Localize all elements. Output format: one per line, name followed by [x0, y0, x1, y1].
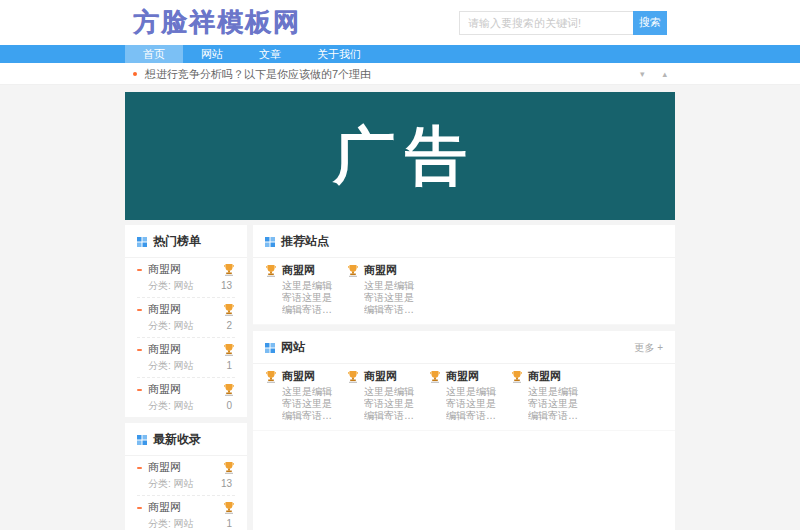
site-description: 这里是编辑寄语这里是编辑寄语这里是编辑寄语这里是编辑寄语 [282, 280, 339, 316]
main-column: 推荐站点 商盟网 这里是编辑寄语这里是编辑寄语这里是编辑寄语这里是编辑寄语 商盟… [253, 225, 675, 530]
site-name: 商盟网 [148, 262, 223, 277]
panel-title: 网站 [281, 339, 305, 356]
panel-hot-ranking: 热门榜单 商盟网 分类: 网站13 商盟网 分类: 网站2 商盟网 分类: 网站… [125, 225, 247, 417]
list-item[interactable]: 商盟网 分类: 网站2 [137, 298, 235, 338]
dash-bullet-icon [137, 269, 142, 271]
site-name: 商盟网 [282, 369, 315, 383]
grid-icon [137, 435, 147, 445]
sidebar: 热门榜单 商盟网 分类: 网站13 商盟网 分类: 网站2 商盟网 分类: 网站… [125, 225, 247, 530]
panel-latest-included: 最新收录 商盟网 分类: 网站13 商盟网 分类: 网站1 商盟网 分类: 网站… [125, 423, 247, 530]
site-description: 这里是编辑寄语这里是编辑寄语这里是编辑寄语这里是编辑寄语 [528, 386, 585, 422]
site-name: 商盟网 [148, 500, 223, 515]
site-logo[interactable]: 方脸祥模板网 [133, 5, 301, 40]
trophy-icon [347, 264, 359, 277]
site-category: 分类: 网站 [148, 518, 226, 530]
panel-title: 推荐站点 [281, 233, 329, 250]
trophy-icon [265, 264, 277, 277]
ad-banner-text: 广告 [323, 114, 477, 198]
trophy-icon [223, 303, 235, 316]
site-category: 分类: 网站 [148, 400, 226, 412]
site-category: 分类: 网站 [148, 280, 221, 292]
site-card[interactable]: 商盟网 这里是编辑寄语这里是编辑寄语这里是编辑寄语这里是编辑寄语 [343, 263, 425, 316]
site-card[interactable]: 商盟网 这里是编辑寄语这里是编辑寄语这里是编辑寄语这里是编辑寄语 [507, 369, 589, 422]
nav-item-home[interactable]: 首页 [125, 45, 183, 63]
site-card[interactable]: 商盟网 这里是编辑寄语这里是编辑寄语这里是编辑寄语这里是编辑寄语 [343, 369, 425, 422]
site-name: 商盟网 [148, 460, 223, 475]
dash-bullet-icon [137, 507, 142, 509]
bullet-dot-icon [133, 72, 137, 76]
grid-icon [137, 237, 147, 247]
dash-bullet-icon [137, 349, 142, 351]
site-name: 商盟网 [148, 382, 223, 397]
trophy-icon [223, 343, 235, 356]
more-link[interactable]: 更多 + [634, 341, 663, 355]
trophy-icon [265, 370, 277, 383]
site-name: 商盟网 [364, 369, 397, 383]
trophy-icon [223, 461, 235, 474]
notice-bar: 想进行竞争分析吗？以下是你应该做的7个理由 ▾ ▴ [0, 63, 800, 85]
grid-icon [265, 343, 275, 353]
panel-title: 热门榜单 [153, 233, 201, 250]
site-header: 方脸祥模板网 搜索 [0, 0, 800, 45]
nav-item-about[interactable]: 关于我们 [299, 45, 379, 63]
search-box: 搜索 [459, 11, 667, 35]
nav-item-articles[interactable]: 文章 [241, 45, 299, 63]
panel-websites: 网站 更多 + 商盟网 这里是编辑寄语这里是编辑寄语这里是编辑寄语这里是编辑寄语… [253, 331, 675, 530]
site-card[interactable]: 商盟网 这里是编辑寄语这里是编辑寄语这里是编辑寄语这里是编辑寄语 [261, 263, 343, 316]
site-name: 商盟网 [364, 263, 397, 277]
list-item[interactable]: 商盟网 分类: 网站1 [137, 496, 235, 530]
site-card[interactable]: 商盟网 这里是编辑寄语这里是编辑寄语这里是编辑寄语这里是编辑寄语 [425, 369, 507, 422]
site-count: 1 [226, 360, 235, 372]
site-category: 分类: 网站 [148, 478, 221, 490]
list-item[interactable]: 商盟网 分类: 网站0 [137, 378, 235, 417]
site-name: 商盟网 [446, 369, 479, 383]
caret-up-icon[interactable]: ▴ [662, 70, 667, 79]
site-count: 2 [226, 320, 235, 332]
search-input[interactable] [459, 11, 633, 35]
caret-down-icon[interactable]: ▾ [640, 70, 645, 79]
main-nav: 首页 网站 文章 关于我们 [0, 45, 800, 63]
search-button[interactable]: 搜索 [633, 11, 667, 35]
trophy-icon [347, 370, 359, 383]
trophy-icon [223, 383, 235, 396]
nav-item-sites[interactable]: 网站 [183, 45, 241, 63]
notice-link[interactable]: 想进行竞争分析吗？以下是你应该做的7个理由 [145, 67, 371, 82]
trophy-icon [429, 370, 441, 383]
grid-icon [265, 237, 275, 247]
list-item[interactable]: 商盟网 分类: 网站13 [137, 258, 235, 298]
site-name: 商盟网 [148, 302, 223, 317]
trophy-icon [223, 263, 235, 276]
page: 方脸祥模板网 搜索 首页 网站 文章 关于我们 想进行竞争分析吗？以下是你应该做… [0, 0, 800, 530]
dash-bullet-icon [137, 467, 142, 469]
site-count: 13 [221, 478, 235, 490]
panel-title: 最新收录 [153, 431, 201, 448]
site-name: 商盟网 [282, 263, 315, 277]
site-count: 13 [221, 280, 235, 292]
dash-bullet-icon [137, 389, 142, 391]
site-description: 这里是编辑寄语这里是编辑寄语这里是编辑寄语这里是编辑寄语 [446, 386, 503, 422]
site-count: 0 [226, 400, 235, 412]
site-name: 商盟网 [148, 342, 223, 357]
site-description: 这里是编辑寄语这里是编辑寄语这里是编辑寄语这里是编辑寄语 [364, 280, 421, 316]
site-category: 分类: 网站 [148, 360, 226, 372]
site-description: 这里是编辑寄语这里是编辑寄语这里是编辑寄语这里是编辑寄语 [282, 386, 339, 422]
content: 热门榜单 商盟网 分类: 网站13 商盟网 分类: 网站2 商盟网 分类: 网站… [125, 225, 675, 530]
trophy-icon [511, 370, 523, 383]
panel-recommended-sites: 推荐站点 商盟网 这里是编辑寄语这里是编辑寄语这里是编辑寄语这里是编辑寄语 商盟… [253, 225, 675, 325]
site-category: 分类: 网站 [148, 320, 226, 332]
site-count: 1 [226, 518, 235, 530]
list-item[interactable]: 商盟网 分类: 网站13 [137, 456, 235, 496]
site-name: 商盟网 [528, 369, 561, 383]
ad-banner[interactable]: 广告 [125, 92, 675, 220]
site-card[interactable]: 商盟网 这里是编辑寄语这里是编辑寄语这里是编辑寄语这里是编辑寄语 [261, 369, 343, 422]
list-item[interactable]: 商盟网 分类: 网站1 [137, 338, 235, 378]
site-description: 这里是编辑寄语这里是编辑寄语这里是编辑寄语这里是编辑寄语 [364, 386, 421, 422]
dash-bullet-icon [137, 309, 142, 311]
trophy-icon [223, 501, 235, 514]
